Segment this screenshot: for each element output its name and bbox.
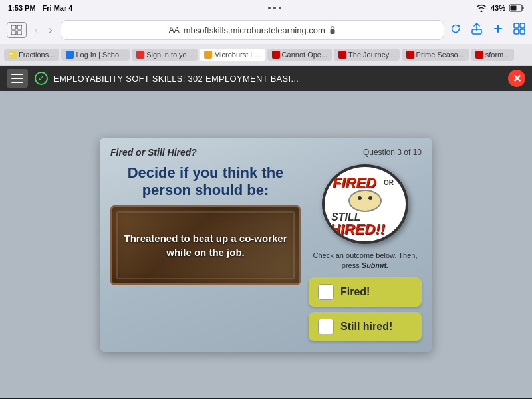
still-hired-label: Still hired!: [340, 321, 392, 332]
tab-prime[interactable]: Prime Seaso...: [402, 49, 469, 61]
character-face: [348, 190, 382, 212]
verified-icon: ✓: [35, 72, 48, 85]
close-button[interactable]: ✕: [508, 70, 525, 87]
page-title-bar: ✓ EMPLOYABILITY SOFT SKILLS: 302 EMPLOYM…: [35, 70, 525, 87]
svg-rect-10: [520, 23, 525, 28]
back-button[interactable]: ‹: [32, 25, 41, 35]
dot3: [279, 7, 281, 9]
tab-favicon-fractions: Σ: [9, 51, 17, 59]
forward-button[interactable]: ›: [46, 25, 55, 35]
card-body: Decide if you think the person should be…: [110, 164, 422, 342]
hamburger-line-2: [11, 78, 23, 79]
question-count: Question 3 of 10: [363, 148, 422, 157]
dot2: [273, 7, 276, 9]
logo-fired: FIRED: [332, 176, 376, 190]
tab-cannot[interactable]: Cannot Ope...: [267, 49, 332, 61]
tab-fractions[interactable]: Σ Fractions...: [4, 49, 59, 61]
tabs-bar: Σ Fractions... Log In | Scho... Sign in …: [0, 44, 532, 65]
character-eyes: [350, 196, 380, 200]
tab-icon[interactable]: [7, 22, 27, 38]
time: 1:53 PM: [8, 4, 36, 12]
svg-rect-5: [11, 31, 16, 35]
svg-text:Σ: Σ: [9, 52, 13, 59]
share-button[interactable]: [471, 23, 483, 38]
svg-rect-6: [17, 31, 22, 35]
tab-label-prime: Prime Seaso...: [416, 51, 464, 59]
status-right: 43%: [476, 4, 524, 12]
card-title: Fired or Still Hired?: [110, 147, 197, 158]
svg-rect-12: [520, 29, 525, 34]
tab-login[interactable]: Log In | Scho...: [61, 49, 130, 61]
logo-or: OR: [384, 179, 394, 186]
scenario-text: Threatened to beat up a co-worker while …: [120, 231, 291, 259]
main-content: Fired or Still Hired? Question 3 of 10 D…: [0, 91, 532, 398]
svg-rect-11: [514, 29, 519, 34]
add-tab-button[interactable]: [492, 23, 504, 38]
tab-microburst[interactable]: Microburst L...: [200, 49, 265, 61]
tab-label-fractions: Fractions...: [19, 51, 55, 59]
tab-favicon-signin: [136, 51, 144, 59]
check-instruction: Check an outcome below. Then, press Subm…: [309, 251, 422, 271]
tab-label-login: Log In | Scho...: [76, 51, 125, 59]
svg-rect-3: [11, 25, 16, 29]
fired-checkbox[interactable]: [318, 284, 334, 300]
tab-favicon-microburst: [204, 51, 212, 59]
status-left: 1:53 PM Fri Mar 4: [8, 4, 72, 12]
status-dots: [268, 7, 281, 9]
card-header: Fired or Still Hired? Question 3 of 10: [110, 147, 422, 158]
battery-icon: [509, 4, 524, 12]
tabs-button[interactable]: [513, 23, 525, 38]
tab-label-cannot: Cannot Ope...: [282, 51, 328, 59]
right-column: FIRED OR STILL HIRED!! Check an outcome …: [309, 164, 422, 342]
tab-sform[interactable]: sform...: [471, 49, 515, 61]
tab-label-microburst: Microburst L...: [214, 51, 261, 59]
left-column: Decide if you think the person should be…: [110, 164, 301, 342]
lock-icon: [329, 26, 336, 34]
svg-rect-1: [523, 7, 524, 9]
still-hired-option[interactable]: Still hired!: [309, 312, 422, 341]
svg-rect-4: [17, 25, 22, 29]
hamburger-line-1: [11, 74, 23, 75]
page-title: EMPLOYABILITY SOFT SKILLS: 302 EMPLOYMEN…: [53, 74, 299, 84]
fired-or-hired-logo: FIRED OR STILL HIRED!!: [322, 164, 408, 244]
aa-label[interactable]: AA: [169, 25, 180, 35]
tab-journey[interactable]: The Journey...: [334, 49, 400, 61]
still-hired-checkbox[interactable]: [318, 319, 334, 334]
svg-rect-2: [511, 6, 517, 11]
hamburger-button[interactable]: [7, 69, 28, 88]
svg-rect-7: [330, 29, 334, 34]
tab-signin[interactable]: Sign in to yo...: [132, 49, 198, 61]
nav-actions: [450, 23, 525, 38]
tab-favicon-cannot: [272, 51, 280, 59]
tab-favicon-prime: [406, 51, 414, 59]
dot1: [268, 7, 271, 9]
top-action-bar: ✓ EMPLOYABILITY SOFT SKILLS: 302 EMPLOYM…: [0, 66, 532, 91]
svg-rect-9: [514, 23, 519, 28]
tab-favicon-journey: [338, 51, 346, 59]
nav-bar: ‹ › AA mbsoftskills.microburstelearning.…: [0, 16, 532, 44]
battery-level: 43%: [491, 4, 505, 12]
day-date: Fri Mar 4: [43, 4, 73, 12]
wifi-icon: [476, 4, 487, 12]
logo-hired: HIRED!!: [330, 223, 385, 236]
hamburger-line-3: [11, 82, 23, 83]
scenario-box: Threatened to beat up a co-worker while …: [110, 205, 301, 285]
decide-text: Decide if you think the person should be…: [110, 164, 301, 200]
answer-options: Fired! Still hired!: [309, 277, 422, 341]
tab-label-sform: sform...: [485, 51, 510, 59]
status-bar: 1:53 PM Fri Mar 4 43%: [0, 0, 532, 16]
address-bar[interactable]: AA mbsoftskills.microburstelearning.com: [61, 20, 444, 40]
tab-label-signin: Sign in to yo...: [146, 51, 193, 59]
tab-favicon-login: [66, 51, 74, 59]
reload-button[interactable]: [450, 23, 462, 38]
fired-label: Fired!: [340, 286, 370, 298]
quiz-card: Fired or Still Hired? Question 3 of 10 D…: [100, 138, 432, 352]
tab-label-journey: The Journey...: [348, 51, 395, 59]
browser-chrome: ‹ › AA mbsoftskills.microburstelearning.…: [0, 16, 532, 66]
tab-favicon-sform: [475, 51, 483, 59]
fired-option[interactable]: Fired!: [309, 277, 422, 307]
url-text: mbsoftskills.microburstelearning.com: [184, 25, 325, 35]
